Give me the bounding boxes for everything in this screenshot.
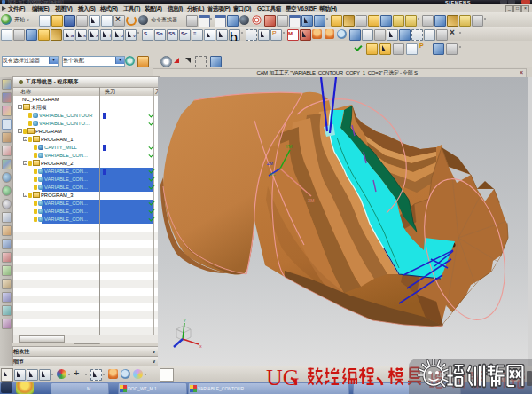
svg-text:Y: Y [184, 319, 186, 323]
svg-text:YM: YM [286, 144, 293, 149]
svg-text:XM: XM [308, 198, 315, 203]
svg-text:ZC: ZC [270, 172, 275, 177]
svg-text:UG: UG [266, 365, 300, 390]
svg-text:ZM: ZM [267, 161, 273, 166]
svg-text:X: X [200, 344, 202, 349]
